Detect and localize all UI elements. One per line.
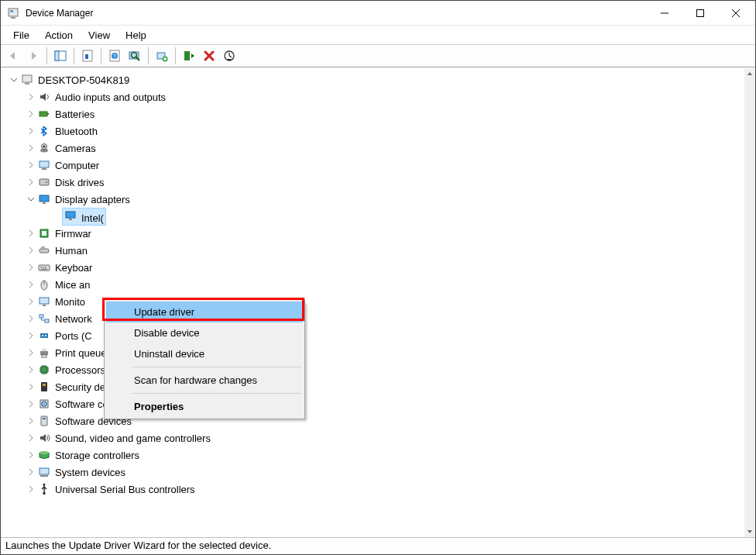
- computer-icon: [21, 74, 33, 86]
- expand-icon[interactable]: [26, 228, 36, 239]
- svg-rect-34: [69, 219, 72, 220]
- svg-rect-46: [40, 298, 49, 304]
- expand-icon[interactable]: [26, 484, 36, 495]
- menu-file[interactable]: File: [5, 28, 37, 43]
- context-menu-item[interactable]: Properties: [106, 396, 303, 417]
- svg-rect-68: [43, 492, 46, 495]
- context-menu-item[interactable]: Update driver: [106, 302, 303, 322]
- system-icon: [38, 466, 50, 478]
- disk-icon: [38, 176, 50, 188]
- tree-root[interactable]: DESKTOP-504K819: [5, 71, 744, 88]
- tree-category-label: Cameras: [55, 143, 96, 154]
- disable-device-button[interactable]: [220, 47, 239, 65]
- expand-icon[interactable]: [26, 347, 36, 358]
- forward-button[interactable]: [24, 47, 43, 65]
- expand-icon[interactable]: [26, 262, 36, 273]
- svg-rect-55: [42, 355, 46, 357]
- device-manager-icon: [7, 7, 19, 19]
- expand-icon[interactable]: [26, 143, 36, 153]
- toolbar-separator: [74, 47, 74, 64]
- tree-category[interactable]: Disk drives: [5, 174, 744, 191]
- update-driver-button[interactable]: [153, 47, 171, 65]
- svg-rect-36: [42, 231, 46, 236]
- uninstall-device-button[interactable]: [200, 47, 218, 65]
- tree-category-label: Bluetooth: [55, 126, 98, 137]
- vertical-scrollbar[interactable]: [744, 68, 755, 537]
- scroll-down-button[interactable]: [744, 526, 755, 537]
- tree-category[interactable]: Storage controllers: [5, 446, 744, 464]
- toolbar-separator: [46, 47, 47, 64]
- maximize-button[interactable]: [682, 2, 718, 25]
- tree-category[interactable]: Firmwar: [5, 225, 744, 242]
- expand-icon[interactable]: [26, 177, 36, 188]
- expand-icon[interactable]: [26, 330, 36, 341]
- expand-icon[interactable]: [26, 364, 36, 375]
- collapse-icon[interactable]: [26, 194, 36, 205]
- tree-category[interactable]: Mice an: [5, 276, 744, 293]
- tree-category-label: Ports (C: [55, 330, 92, 342]
- keyboard-icon: [38, 261, 50, 274]
- expand-icon[interactable]: [26, 415, 36, 426]
- svg-rect-53: [40, 351, 48, 355]
- scroll-up-button[interactable]: [744, 68, 755, 79]
- help-button[interactable]: ?: [105, 47, 124, 65]
- back-button[interactable]: [4, 47, 22, 65]
- tree-category-label: Sound, video and game controllers: [55, 433, 211, 444]
- tree-category[interactable]: Computer: [5, 157, 744, 174]
- tree-category[interactable]: Bluetooth: [5, 122, 744, 140]
- expand-icon[interactable]: [26, 433, 36, 443]
- tree-category[interactable]: Keyboar: [5, 259, 744, 276]
- svg-rect-58: [43, 384, 46, 386]
- expand-icon[interactable]: [26, 126, 36, 136]
- svg-rect-63: [43, 418, 46, 419]
- menu-action[interactable]: Action: [37, 28, 81, 43]
- tree-category[interactable]: Display adapters: [5, 191, 744, 208]
- tree-category[interactable]: System devices: [5, 464, 744, 481]
- menu-help[interactable]: Help: [118, 28, 154, 43]
- svg-rect-42: [45, 267, 46, 268]
- menu-view[interactable]: View: [81, 28, 118, 43]
- expand-icon[interactable]: [26, 450, 36, 460]
- window-title: Device Manager: [26, 8, 647, 19]
- tree-category[interactable]: Batteries: [5, 105, 744, 122]
- enable-device-button[interactable]: [180, 47, 198, 65]
- expand-icon[interactable]: [26, 398, 36, 409]
- tree-device[interactable]: Intel(: [5, 208, 744, 225]
- context-menu-item[interactable]: Disable device: [106, 322, 303, 343]
- svg-rect-52: [45, 335, 46, 336]
- tree-category-label: Storage controllers: [55, 450, 139, 461]
- svg-rect-33: [66, 212, 75, 218]
- collapse-icon[interactable]: [9, 74, 19, 85]
- svg-point-64: [40, 451, 49, 454]
- svg-rect-49: [45, 319, 49, 322]
- svg-rect-57: [41, 382, 47, 391]
- expand-icon[interactable]: [26, 245, 36, 256]
- printer-icon: [38, 346, 50, 359]
- minimize-button[interactable]: [647, 2, 682, 25]
- show-hide-console-button[interactable]: [51, 47, 70, 65]
- expand-icon[interactable]: [26, 313, 36, 324]
- expand-icon[interactable]: [26, 467, 36, 477]
- expand-icon[interactable]: [26, 381, 36, 392]
- scroll-track[interactable]: [744, 79, 755, 526]
- expand-icon[interactable]: [26, 160, 36, 171]
- svg-rect-54: [42, 349, 46, 351]
- tree-category[interactable]: Human: [5, 242, 744, 259]
- context-menu-item[interactable]: Uninstall device: [106, 343, 303, 364]
- svg-rect-48: [40, 315, 43, 318]
- tree-category[interactable]: Audio inputs and outputs: [5, 88, 744, 105]
- context-menu-item[interactable]: Scan for hardware changes: [106, 370, 303, 391]
- svg-rect-2: [10, 10, 13, 12]
- tree-category[interactable]: Universal Serial Bus controllers: [5, 481, 744, 498]
- expand-icon[interactable]: [26, 296, 36, 307]
- tree-category[interactable]: Sound, video and game controllers: [5, 429, 744, 446]
- scan-hardware-button[interactable]: [125, 47, 144, 65]
- expand-icon[interactable]: [26, 109, 36, 119]
- properties-button[interactable]: [78, 47, 97, 65]
- tree-category-label: Batteries: [55, 109, 94, 120]
- tree-category[interactable]: Cameras: [5, 140, 744, 157]
- close-button[interactable]: [718, 2, 754, 25]
- expand-icon[interactable]: [26, 91, 36, 102]
- computer-icon: [38, 159, 50, 171]
- expand-icon[interactable]: [26, 279, 36, 290]
